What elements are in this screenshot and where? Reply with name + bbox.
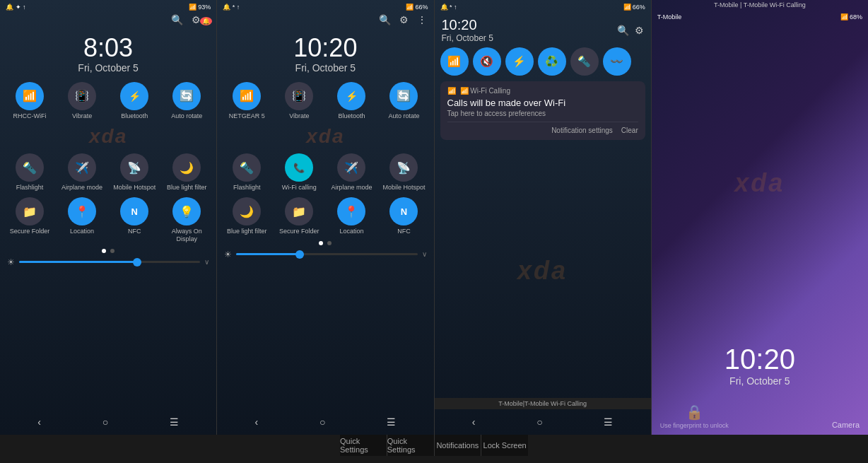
- status-left-3: 🔔 * ↑: [440, 4, 457, 11]
- qs-tiles-1b: 🔦 Flashlight ✈️ Airplane mode 📡 Mobile H…: [0, 151, 216, 194]
- search-icon-1[interactable]: 🔍: [171, 14, 183, 25]
- status-left-4: T-Mobile: [657, 13, 682, 20]
- tile-folder-2[interactable]: 📁 Secure Folder: [275, 197, 323, 235]
- hotspot-label-1: Mobile Hotspot: [113, 184, 156, 192]
- flash-label-2: Flashlight: [233, 184, 261, 192]
- search-icon-2[interactable]: 🔍: [379, 14, 391, 25]
- tile-airplane-1[interactable]: ✈️ Airplane mode: [58, 153, 106, 192]
- rotate-icon-1[interactable]: 🔄: [172, 82, 201, 110]
- brightness-auto-2[interactable]: ∨: [422, 250, 427, 258]
- tile-folder-1[interactable]: 📁 Secure Folder: [6, 197, 54, 243]
- back-btn-1[interactable]: ‹: [32, 414, 47, 430]
- aod-icon-1[interactable]: 💡: [172, 197, 201, 225]
- airplane-icon-2[interactable]: ✈️: [337, 153, 365, 182]
- tile-bt-1[interactable]: ⚡ Bluetooth: [110, 82, 158, 120]
- top-bar-2: 🔍 ⚙ ⋮: [217, 13, 433, 27]
- tile-rotate-2[interactable]: 🔄 Auto rotate: [380, 82, 428, 120]
- notif-tile-wifi[interactable]: 📶: [440, 47, 469, 76]
- tile-wificalling-2[interactable]: 📞 Wi-Fi calling: [275, 153, 323, 192]
- notif-tile-vibrate[interactable]: 🔇: [473, 47, 501, 76]
- tile-flash-2[interactable]: 🔦 Flashlight: [223, 153, 271, 192]
- brightness-auto-1[interactable]: ∨: [204, 258, 209, 266]
- tile-hotspot-1[interactable]: 📡 Mobile Hotspot: [110, 153, 158, 192]
- tile-nfc-1[interactable]: N NFC: [110, 197, 158, 243]
- notif-card-title: Calls will be made over Wi-Fi: [447, 98, 638, 108]
- notif-search-icon[interactable]: 🔍: [617, 25, 629, 36]
- wifi-icon-2[interactable]: 📶: [233, 82, 261, 110]
- tile-flash-1[interactable]: 🔦 Flashlight: [6, 153, 54, 192]
- tile-wifi-2[interactable]: 📶 NETGEAR 5: [223, 82, 271, 120]
- notif-clear-btn[interactable]: Clear: [621, 127, 638, 134]
- folder-icon-1[interactable]: 📁: [16, 197, 44, 225]
- lock-camera[interactable]: Camera: [832, 421, 860, 429]
- vibrate-icon-1[interactable]: 📳: [68, 82, 96, 110]
- recents-btn-3[interactable]: ☰: [598, 414, 618, 430]
- three-dot-icon-2[interactable]: ⋮: [417, 14, 427, 25]
- home-btn-1[interactable]: ○: [97, 414, 114, 430]
- tile-airplane-2[interactable]: ✈️ Airplane mode: [327, 153, 375, 192]
- notif-tile-extra[interactable]: 〰️: [603, 47, 631, 76]
- nfc-icon-2[interactable]: N: [389, 197, 418, 225]
- notif-card[interactable]: 📶 📶 Wi-Fi Calling Calls will be made ove…: [440, 81, 645, 140]
- tile-vibrate-1[interactable]: 📳 Vibrate: [58, 82, 106, 120]
- tile-location-2[interactable]: 📍 Location: [327, 197, 375, 235]
- notif-tile-sync[interactable]: ♻️: [538, 47, 566, 76]
- home-btn-3[interactable]: ○: [531, 414, 548, 430]
- brightness-thumb-2[interactable]: [295, 250, 304, 259]
- vibrate-icon-2[interactable]: 📳: [285, 82, 313, 110]
- notif-quick-tiles: 📶 🔇 ⚡ ♻️ 🔦 〰️: [435, 46, 651, 78]
- battery-3: 66%: [633, 4, 645, 11]
- flash-icon-2[interactable]: 🔦: [233, 153, 261, 182]
- notif-gear-icon[interactable]: ⚙: [635, 25, 644, 36]
- tile-vibrate-2[interactable]: 📳 Vibrate: [275, 82, 323, 120]
- tile-bt-2[interactable]: ⚡ Bluetooth: [327, 82, 375, 120]
- tile-nfc-2[interactable]: N NFC: [380, 197, 428, 235]
- airplane-icon-1[interactable]: ✈️: [68, 153, 96, 182]
- hotspot-icon-2[interactable]: 📡: [389, 153, 418, 182]
- tile-bluelight-2[interactable]: 🌙 Blue light filter: [223, 197, 271, 235]
- status-bar-4: T-Mobile 📶 68%: [652, 10, 868, 23]
- qs-tiles-1: 📶 RHCC-WiFi 📳 Vibrate ⚡ Bluetooth 🔄 Auto…: [0, 79, 216, 123]
- wificalling-icon-2[interactable]: 📞: [285, 153, 313, 182]
- recents-btn-2[interactable]: ☰: [381, 414, 401, 430]
- location-icon-1[interactable]: 📍: [68, 197, 96, 225]
- brightness-thumb-1[interactable]: [133, 258, 141, 266]
- caption-qs1: Quick Settings: [340, 435, 387, 456]
- home-btn-2[interactable]: ○: [314, 414, 331, 430]
- notif-tile-flash[interactable]: 🔦: [570, 47, 599, 76]
- lock-carrier: T-Mobile | T-Mobile Wi-Fi Calling: [652, 0, 868, 10]
- notif-tile-bt[interactable]: ⚡: [505, 47, 534, 76]
- bluelight-icon-1[interactable]: 🌙: [172, 153, 201, 182]
- bt-icon-1[interactable]: ⚡: [120, 82, 148, 110]
- top-bar-1: 🔍 ⚙ 🔔: [0, 13, 216, 27]
- tile-aod-1[interactable]: 💡 Always On Display: [163, 197, 211, 243]
- notif-settings-btn[interactable]: Notification settings: [551, 127, 613, 134]
- tile-hotspot-2[interactable]: 📡 Mobile Hotspot: [380, 153, 428, 192]
- tile-rotate-1[interactable]: 🔄 Auto rotate: [163, 82, 211, 120]
- rotate-icon-2[interactable]: 🔄: [389, 82, 418, 110]
- notif-card-header: 📶 📶 Wi-Fi Calling: [447, 87, 638, 95]
- brightness-bar-1[interactable]: ☀ ∨: [0, 256, 216, 269]
- hotspot-icon-1[interactable]: 📡: [120, 153, 148, 182]
- location-icon-2[interactable]: 📍: [337, 197, 365, 225]
- bt-icon-2[interactable]: ⚡: [337, 82, 365, 110]
- wifi-icon-1[interactable]: 📶: [16, 82, 44, 110]
- gear-icon-2[interactable]: ⚙: [399, 14, 409, 25]
- fingerprint-icon[interactable]: 🔒: [686, 404, 703, 421]
- nfc-icon-1[interactable]: N: [120, 197, 148, 225]
- brightness-track-1[interactable]: [19, 261, 200, 263]
- brightness-bar-2[interactable]: ☀ ∨: [217, 248, 433, 261]
- bluelight-icon-2[interactable]: 🌙: [233, 197, 261, 225]
- lock-fingerprint[interactable]: 🔒 Use fingerprint to unlock: [660, 404, 729, 429]
- back-btn-2[interactable]: ‹: [250, 414, 264, 430]
- folder-icon-2[interactable]: 📁: [285, 197, 313, 225]
- flash-icon-1[interactable]: 🔦: [16, 153, 44, 182]
- tile-location-1[interactable]: 📍 Location: [58, 197, 106, 243]
- status-bar-2: 🔔 * ↑ 📶 66%: [217, 0, 433, 13]
- tile-wifi-1[interactable]: 📶 RHCC-WiFi: [6, 82, 54, 120]
- brightness-track-2[interactable]: [236, 253, 417, 255]
- recents-btn-1[interactable]: ☰: [164, 414, 184, 430]
- back-btn-3[interactable]: ‹: [467, 414, 481, 430]
- tile-bluelight-1[interactable]: 🌙 Blue light filter: [163, 153, 211, 192]
- lock-time: 10:20: [652, 344, 868, 375]
